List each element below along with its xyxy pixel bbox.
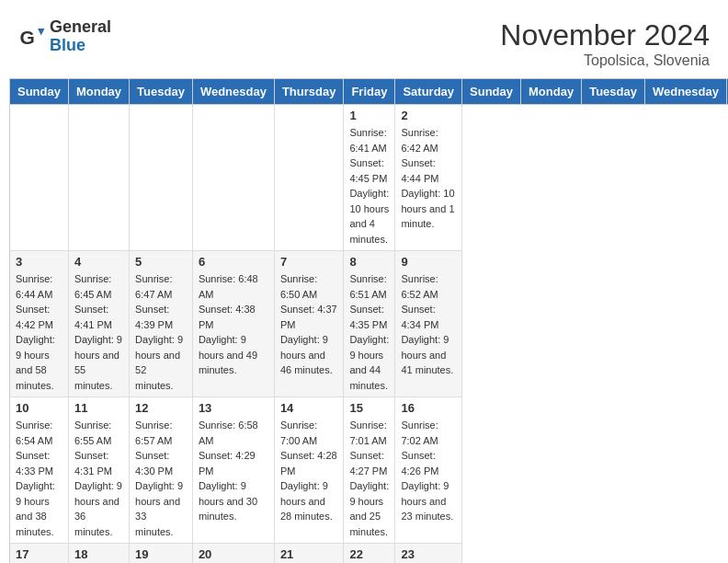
location: Topolsica, Slovenia xyxy=(500,52,710,69)
calendar-cell: 21Sunrise: 7:09 AM Sunset: 4:21 PM Dayli… xyxy=(274,544,344,564)
day-number: 8 xyxy=(349,255,389,269)
col-header-sunday: Sunday xyxy=(462,79,521,105)
calendar-cell: 3Sunrise: 6:44 AM Sunset: 4:42 PM Daylig… xyxy=(10,251,69,397)
calendar-cell: 23Sunrise: 7:12 AM Sunset: 4:19 PM Dayli… xyxy=(395,544,462,564)
day-info: Sunrise: 6:58 AM Sunset: 4:29 PM Dayligh… xyxy=(199,418,268,524)
day-info: Sunrise: 6:41 AM Sunset: 4:45 PM Dayligh… xyxy=(349,125,389,247)
month-year: November 2024 xyxy=(500,18,710,52)
day-info: Sunrise: 6:57 AM Sunset: 4:30 PM Dayligh… xyxy=(135,418,187,539)
day-number: 5 xyxy=(135,255,187,269)
logo-blue-text: Blue xyxy=(50,37,111,55)
calendar-cell: 2Sunrise: 6:42 AM Sunset: 4:44 PM Daylig… xyxy=(395,105,462,251)
calendar-cell xyxy=(192,105,274,251)
calendar-cell xyxy=(130,105,193,251)
calendar-cell: 9Sunrise: 6:52 AM Sunset: 4:34 PM Daylig… xyxy=(395,251,462,397)
col-header-monday: Monday xyxy=(68,79,129,105)
day-number: 22 xyxy=(349,547,389,561)
calendar-cell xyxy=(68,105,129,251)
day-number: 15 xyxy=(349,401,389,415)
col-header-friday: Friday xyxy=(344,79,395,105)
calendar-cell: 12Sunrise: 6:57 AM Sunset: 4:30 PM Dayli… xyxy=(130,397,193,544)
day-number: 19 xyxy=(135,547,187,561)
day-info: Sunrise: 6:47 AM Sunset: 4:39 PM Dayligh… xyxy=(135,271,187,393)
col-header-thursday: Thursday xyxy=(274,79,344,105)
col-header-tuesday: Tuesday xyxy=(582,79,645,105)
day-info: Sunrise: 6:48 AM Sunset: 4:38 PM Dayligh… xyxy=(199,271,268,378)
day-number: 2 xyxy=(401,109,456,122)
day-number: 6 xyxy=(199,255,268,269)
calendar-header-row: SundayMondayTuesdayWednesdayThursdayFrid… xyxy=(10,79,729,105)
title-section: November 2024 Topolsica, Slovenia xyxy=(500,18,710,69)
day-info: Sunrise: 6:54 AM Sunset: 4:33 PM Dayligh… xyxy=(16,418,63,539)
day-info: Sunrise: 6:55 AM Sunset: 4:31 PM Dayligh… xyxy=(74,418,123,539)
col-header-saturday: Saturday xyxy=(395,79,462,105)
day-number: 17 xyxy=(16,547,63,561)
day-number: 18 xyxy=(74,547,123,561)
calendar-table: SundayMondayTuesdayWednesdayThursdayFrid… xyxy=(9,78,728,563)
day-info: Sunrise: 7:02 AM Sunset: 4:26 PM Dayligh… xyxy=(401,418,456,524)
calendar-cell: 7Sunrise: 6:50 AM Sunset: 4:37 PM Daylig… xyxy=(274,251,344,397)
day-number: 10 xyxy=(16,401,63,415)
day-info: Sunrise: 7:00 AM Sunset: 4:28 PM Dayligh… xyxy=(280,418,338,524)
calendar-cell: 5Sunrise: 6:47 AM Sunset: 4:39 PM Daylig… xyxy=(130,251,193,397)
logo-general-text: General xyxy=(50,18,111,37)
day-number: 14 xyxy=(280,401,338,415)
day-info: Sunrise: 6:52 AM Sunset: 4:34 PM Dayligh… xyxy=(401,271,456,378)
calendar-cell: 14Sunrise: 7:00 AM Sunset: 4:28 PM Dayli… xyxy=(274,397,344,544)
calendar-cell: 19Sunrise: 7:07 AM Sunset: 4:23 PM Dayli… xyxy=(130,544,193,564)
day-number: 20 xyxy=(199,547,268,561)
day-info: Sunrise: 6:45 AM Sunset: 4:41 PM Dayligh… xyxy=(74,271,123,393)
day-info: Sunrise: 6:42 AM Sunset: 4:44 PM Dayligh… xyxy=(401,125,456,232)
calendar-cell: 6Sunrise: 6:48 AM Sunset: 4:38 PM Daylig… xyxy=(192,251,274,397)
day-number: 21 xyxy=(280,547,338,561)
day-info: Sunrise: 7:01 AM Sunset: 4:27 PM Dayligh… xyxy=(349,418,389,539)
calendar-cell: 13Sunrise: 6:58 AM Sunset: 4:29 PM Dayli… xyxy=(192,397,274,544)
day-info: Sunrise: 6:44 AM Sunset: 4:42 PM Dayligh… xyxy=(16,271,63,393)
day-number: 4 xyxy=(74,255,123,269)
col-header-tuesday: Tuesday xyxy=(130,79,193,105)
calendar-cell: 18Sunrise: 7:05 AM Sunset: 4:24 PM Dayli… xyxy=(68,544,129,564)
calendar-week-2: 10Sunrise: 6:54 AM Sunset: 4:33 PM Dayli… xyxy=(10,397,729,544)
col-header-monday: Monday xyxy=(521,79,582,105)
day-number: 9 xyxy=(401,255,456,269)
calendar-cell: 10Sunrise: 6:54 AM Sunset: 4:33 PM Dayli… xyxy=(10,397,69,544)
calendar-cell xyxy=(274,105,344,251)
calendar-cell: 4Sunrise: 6:45 AM Sunset: 4:41 PM Daylig… xyxy=(68,251,129,397)
day-number: 13 xyxy=(199,401,268,415)
calendar-week-1: 3Sunrise: 6:44 AM Sunset: 4:42 PM Daylig… xyxy=(10,251,729,397)
calendar-cell: 22Sunrise: 7:11 AM Sunset: 4:20 PM Dayli… xyxy=(344,544,395,564)
page-header: G General Blue November 2024 Topolsica, … xyxy=(9,9,719,74)
logo-icon: G xyxy=(18,23,46,51)
calendar-week-0: 1Sunrise: 6:41 AM Sunset: 4:45 PM Daylig… xyxy=(10,105,729,251)
svg-text:G: G xyxy=(20,26,35,47)
calendar-cell: 20Sunrise: 7:08 AM Sunset: 4:22 PM Dayli… xyxy=(192,544,274,564)
calendar-cell: 16Sunrise: 7:02 AM Sunset: 4:26 PM Dayli… xyxy=(395,397,462,544)
logo: G General Blue xyxy=(18,18,111,55)
day-number: 1 xyxy=(349,109,389,122)
day-number: 23 xyxy=(401,547,456,561)
day-number: 16 xyxy=(401,401,456,415)
col-header-sunday: Sunday xyxy=(10,79,69,105)
calendar-cell xyxy=(10,105,69,251)
calendar-week-3: 17Sunrise: 7:04 AM Sunset: 4:25 PM Dayli… xyxy=(10,544,729,564)
calendar-cell: 8Sunrise: 6:51 AM Sunset: 4:35 PM Daylig… xyxy=(344,251,395,397)
day-number: 12 xyxy=(135,401,187,415)
day-info: Sunrise: 6:51 AM Sunset: 4:35 PM Dayligh… xyxy=(349,271,389,393)
col-header-wednesday: Wednesday xyxy=(192,79,274,105)
svg-marker-1 xyxy=(38,29,45,36)
calendar-cell: 15Sunrise: 7:01 AM Sunset: 4:27 PM Dayli… xyxy=(344,397,395,544)
col-header-wednesday: Wednesday xyxy=(644,79,726,105)
day-info: Sunrise: 6:50 AM Sunset: 4:37 PM Dayligh… xyxy=(280,271,338,378)
day-number: 3 xyxy=(16,255,63,269)
calendar-cell: 1Sunrise: 6:41 AM Sunset: 4:45 PM Daylig… xyxy=(344,105,395,251)
calendar-cell: 17Sunrise: 7:04 AM Sunset: 4:25 PM Dayli… xyxy=(10,544,69,564)
logo-text: General Blue xyxy=(50,18,111,55)
calendar-cell: 11Sunrise: 6:55 AM Sunset: 4:31 PM Dayli… xyxy=(68,397,129,544)
day-number: 7 xyxy=(280,255,338,269)
day-number: 11 xyxy=(74,401,123,415)
